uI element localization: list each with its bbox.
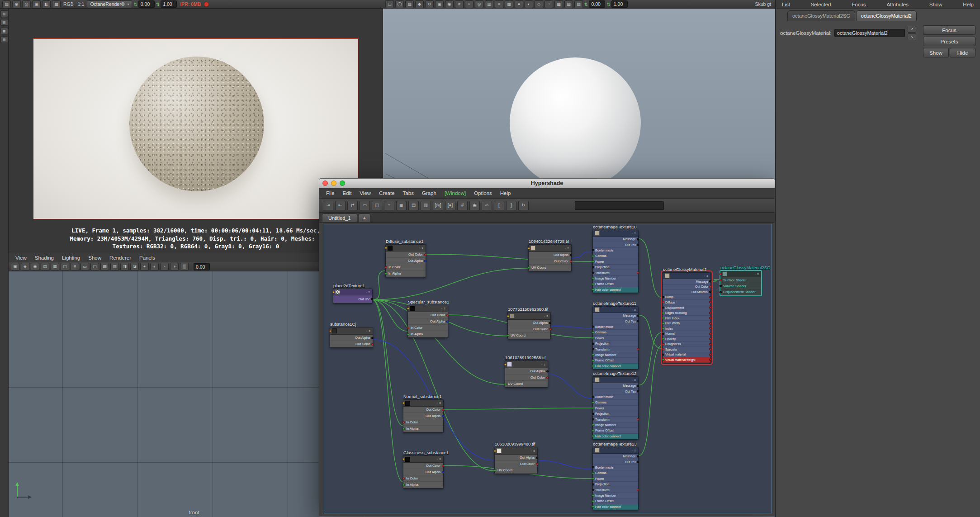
wireframe-mode-icon[interactable]: ◇ — [535, 0, 543, 8]
node-graph-area[interactable]: place2dTexture1◦ ≡Out UVsubstance1Cj◦ ≡O… — [324, 224, 772, 513]
port-frame-offset[interactable]: Frame Offset — [593, 358, 638, 363]
focus-arrow-up-icon[interactable]: ↗ — [908, 26, 916, 33]
node-header[interactable]: ◦ ≡ — [720, 271, 761, 277]
film-gate-icon[interactable]: ▭ — [80, 263, 89, 270]
port-in-color[interactable]: In Color — [403, 475, 443, 482]
use-all-lights-icon[interactable]: ◔ — [160, 263, 169, 270]
port-out-alpha[interactable]: Out Alpha — [495, 455, 537, 461]
node-normal-substance1[interactable]: Normal_substance1◦ ≡Out ColorOut AlphaIn… — [403, 399, 444, 432]
port-out-color[interactable]: Out Color — [330, 341, 373, 347]
menu-attributes[interactable]: Attributes — [886, 2, 909, 7]
show-output-connections-icon[interactable]: ⇤ — [335, 201, 346, 210]
port-out-alpha[interactable]: Out Alpha — [386, 258, 426, 264]
port-out-tex[interactable]: Out Tex — [593, 242, 638, 247]
port-uv-coord[interactable]: UV Coord — [529, 265, 571, 271]
rearrange-graph-icon[interactable]: ◫ — [372, 201, 382, 210]
port-frame-offset[interactable]: Frame Offset — [593, 281, 638, 287]
port-image-number[interactable]: Image Number — [593, 493, 638, 498]
port-in-alpha[interactable]: In Alpha — [403, 426, 443, 432]
hypershade-window[interactable]: Hypershade FileEditViewCreateTabsGraph[W… — [319, 178, 775, 517]
port-normal[interactable]: Normal — [663, 331, 710, 337]
material-name-field[interactable]: octaneGlossyMaterial2 — [834, 29, 905, 37]
port-roughness[interactable]: Roughness — [663, 342, 710, 347]
menu-window[interactable]: [Window] — [440, 190, 470, 196]
port-out-alpha[interactable]: Out Alpha — [403, 413, 443, 419]
port-uv-coord[interactable]: UV Coord — [505, 381, 548, 387]
zoom-ratio-label[interactable]: 1:1 — [76, 1, 86, 7]
node-header[interactable]: ◦ ≡ — [330, 327, 373, 335]
align-top-icon[interactable]: ≡ — [384, 201, 394, 210]
node-menu-icon[interactable]: ◦ ≡ — [704, 275, 709, 277]
port-projection[interactable]: Projection — [593, 482, 638, 487]
select-tool-icon[interactable]: ▢ — [385, 0, 394, 8]
resolution-gate-icon[interactable]: ▢ — [90, 263, 99, 270]
port-power[interactable]: Power — [593, 259, 638, 265]
node-octaneimagetexture13[interactable]: octaneImageTexture13◦ ≡MessageOut TexBor… — [592, 447, 639, 510]
menu-options[interactable]: Options — [470, 190, 496, 196]
outliner-icon[interactable]: ▤ — [0, 19, 8, 26]
menu-tabs[interactable]: Tabs — [399, 190, 418, 196]
gamma-field[interactable]: 1.00 — [161, 0, 177, 8]
image-plane-icon[interactable]: ▦ — [51, 263, 59, 270]
menu-graph[interactable]: Graph — [418, 190, 440, 196]
grid-toggle-icon[interactable]: ▩ — [554, 0, 563, 8]
port-hair-color-connect[interactable]: Hair color connect — [593, 364, 638, 369]
port-out-color[interactable]: Out Color — [508, 326, 550, 332]
port-power[interactable]: Power — [593, 406, 638, 411]
port-index[interactable]: Index — [663, 326, 710, 332]
port-in-alpha[interactable]: In Alpha — [408, 331, 448, 337]
search-input[interactable] — [575, 201, 664, 210]
node-header[interactable]: ◦ ≡ — [403, 400, 443, 407]
move-tool-icon[interactable]: ◆ — [415, 0, 424, 8]
ipr-stop-icon[interactable] — [204, 2, 209, 7]
port-border-mode[interactable]: Border mode — [593, 248, 638, 253]
port-message[interactable]: Message — [593, 383, 638, 389]
node-menu-icon[interactable]: ◦ ≡ — [441, 307, 446, 310]
port-hair-color-connect[interactable]: Hair color connect — [593, 434, 638, 439]
menu-panels[interactable]: Panels — [135, 255, 159, 261]
port-gamma[interactable]: Gamma — [593, 400, 638, 405]
node-octaneglossymaterial2[interactable]: octaneGlossyMaterial2◦ ≡MessageOut Color… — [663, 272, 711, 363]
select-camera-icon[interactable]: ▣ — [11, 263, 19, 270]
port-in-alpha[interactable]: In Alpha — [386, 270, 426, 277]
show-input-connections-icon[interactable]: ⇥ — [323, 201, 333, 210]
shaded-display-icon[interactable]: ● — [140, 263, 149, 270]
port-uv-coord[interactable]: UV Coord — [508, 332, 550, 339]
node-header[interactable]: ◦ ≡ — [529, 245, 571, 252]
port-transform[interactable]: Transform — [593, 346, 638, 352]
viewport-exposure-value[interactable]: 0.00 — [589, 0, 605, 8]
port-out-tex[interactable]: Out Tex — [593, 459, 638, 465]
node-place2dtexture1[interactable]: place2dTexture1◦ ≡Out UV — [333, 289, 373, 304]
history-icon[interactable]: ≡ — [495, 0, 503, 8]
port-out-tex[interactable]: Out Tex — [593, 318, 638, 324]
tab-octaneglossymaterial2[interactable]: octaneGlossyMaterial2 — [856, 10, 917, 21]
show-all-connections-icon[interactable]: ⇄ — [347, 201, 358, 210]
port-border-mode[interactable]: Border mode — [593, 324, 638, 330]
port-specular[interactable]: Specular — [663, 347, 710, 352]
node-header[interactable]: ◦ ≡ — [508, 313, 550, 320]
node-header[interactable]: ◦ ≡ — [663, 273, 710, 279]
port-virtual-material-weight[interactable]: Virtual material weight — [663, 357, 710, 363]
port-hair-color-connect[interactable]: Hair color connect — [593, 287, 638, 293]
port-displacement-shader[interactable]: Displacement Shader — [720, 289, 761, 295]
node-octaneglossymaterial2sg[interactable]: octaneGlossyMaterial2SG◦ ≡Surface Shader… — [720, 270, 762, 296]
port-gamma[interactable]: Gamma — [593, 330, 638, 335]
port-power[interactable]: Power — [593, 476, 638, 482]
field-chart-icon[interactable]: ▥ — [110, 263, 119, 270]
snap-point-icon[interactable]: ◎ — [475, 0, 483, 8]
refresh-icon[interactable]: ↻ — [518, 201, 529, 210]
port-film-index[interactable]: Film Index — [663, 316, 710, 321]
lock-camera-icon[interactable]: ◈ — [21, 263, 29, 270]
gate-icon[interactable]: ▧ — [564, 0, 573, 8]
node-109401422644728-tif[interactable]: 109401422644728.tif◦ ≡Out AlphaOut Color… — [528, 244, 572, 271]
node-menu-icon[interactable]: ◦ ≡ — [541, 363, 546, 366]
node-header[interactable]: ◦ ≡ — [593, 307, 638, 313]
port-transform[interactable]: Transform — [593, 417, 638, 422]
menu-selected[interactable]: Selected — [811, 2, 831, 7]
port-surface-shader[interactable]: Surface Shader — [720, 277, 761, 283]
tab-octaneglossymaterial2sg[interactable]: octaneGlossyMaterial2SG — [787, 10, 855, 21]
port-image-number[interactable]: Image Number — [593, 276, 638, 281]
port-in-color[interactable]: In Color — [386, 264, 426, 270]
lighting-mode-icon[interactable]: ◔ — [544, 0, 553, 8]
node-diffuse-substance1[interactable]: Diffuse_substance1◦ ≡Out ColorOut AlphaI… — [385, 244, 426, 277]
